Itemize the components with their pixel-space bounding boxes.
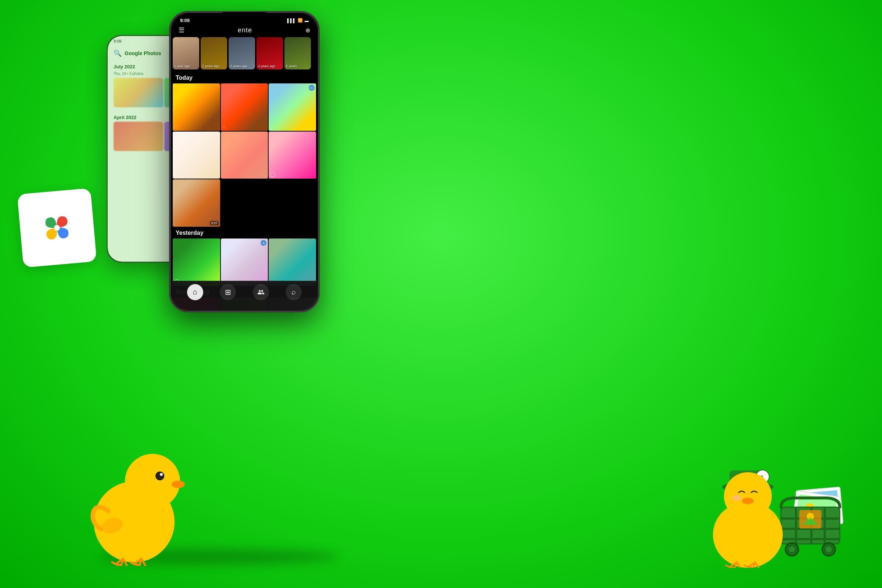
nav-albums[interactable]: ⊞: [220, 284, 236, 300]
video-duration: 0:57: [210, 221, 219, 225]
phone-screen: 9:09 ▌▌▌ 🛜 ▬ ☰ ente ⊕ 1 year ago 2 years…: [171, 13, 318, 310]
memory-label-2: 2 years ago: [202, 64, 219, 68]
google-photos-card: [17, 188, 97, 268]
svg-point-6: [172, 481, 185, 488]
memories-strip: 1 year ago 2 years ago 3 years ago 4 yea…: [171, 37, 318, 72]
nav-home[interactable]: ⌂: [187, 284, 203, 300]
back-phone-thumb-3: [114, 122, 163, 151]
search-icon[interactable]: ⌕: [285, 284, 302, 300]
svg-point-4: [156, 471, 164, 480]
memory-label-3: 3 years ago: [230, 64, 248, 68]
svg-point-15: [732, 495, 741, 501]
svg-point-13: [724, 472, 772, 520]
back-phone-app-name: Google Photos: [124, 50, 161, 56]
wifi-icon: 🛜: [298, 18, 303, 23]
home-icon[interactable]: ⌂: [187, 284, 203, 300]
photo-today-2[interactable]: ♡: [221, 83, 268, 131]
upload-button[interactable]: ⊕: [305, 27, 310, 34]
memory-3[interactable]: 3 years ago: [229, 37, 255, 69]
svg-point-14: [742, 498, 754, 504]
photo-today-6[interactable]: [268, 132, 316, 179]
svg-point-3: [125, 454, 180, 509]
svg-rect-20: [795, 507, 797, 544]
photo-today-5[interactable]: [221, 132, 268, 179]
back-phone-thumb-1: [114, 78, 163, 107]
memory-5[interactable]: 6 years: [285, 37, 311, 69]
menu-button[interactable]: ☰: [178, 26, 184, 34]
section-today: Today: [171, 72, 318, 83]
today-grid: ♡ ♡ 8+ ♡ 0:57: [171, 83, 318, 227]
battery-icon: ▬: [304, 18, 309, 23]
chick-left: [79, 426, 189, 566]
bottom-nav: ⌂ ⊞ ⌕: [171, 281, 318, 310]
select-circle-1: [270, 172, 275, 177]
photo-yesterday-2[interactable]: A: [221, 238, 268, 286]
signal-icon: ▌▌▌: [287, 18, 296, 23]
photo-today-4[interactable]: ♡: [173, 132, 220, 179]
avatar-8plus: 8+: [309, 85, 315, 91]
status-time: 9:09: [180, 18, 190, 23]
memory-1[interactable]: 1 year ago: [173, 37, 199, 69]
chick-left-svg: [79, 426, 189, 566]
main-phone: 9:09 ▌▌▌ 🛜 ▬ ☰ ente ⊕ 1 year ago 2 years…: [169, 11, 320, 312]
status-icons: ▌▌▌ 🛜 ▬: [287, 18, 309, 23]
chick-right-svg: e: [702, 450, 794, 568]
nav-people[interactable]: [253, 284, 269, 300]
memory-label-5: 6 years: [286, 64, 297, 68]
back-phone-time: 9:09: [114, 39, 121, 44]
svg-rect-22: [824, 507, 826, 544]
phone-notch: [222, 12, 266, 23]
svg-point-5: [160, 473, 163, 476]
svg-point-26: [826, 546, 832, 552]
photo-yesterday-3[interactable]: [268, 238, 316, 286]
avatar-a: A: [261, 240, 266, 246]
albums-icon[interactable]: ⊞: [220, 284, 236, 300]
photo-today-1[interactable]: ♡: [173, 83, 220, 131]
memory-2[interactable]: 2 years ago: [201, 37, 227, 69]
nav-search[interactable]: ⌕: [285, 284, 302, 300]
google-photos-icon: [37, 208, 77, 248]
heart-icon-2: ♡: [222, 125, 226, 129]
memory-4[interactable]: 4 years ago: [256, 37, 283, 69]
back-phone-app-icon: 🔍: [114, 49, 122, 57]
section-yesterday: Yesterday: [171, 227, 318, 238]
chick-right: e: [702, 450, 794, 568]
people-icon[interactable]: [253, 284, 269, 300]
nav-bar: ☰ ente ⊕: [171, 25, 318, 37]
photo-today-7[interactable]: 0:57: [173, 179, 220, 227]
photo-today-3[interactable]: 8+: [268, 83, 316, 131]
memory-label-4: 4 years ago: [258, 64, 275, 68]
memory-label-1: 1 year ago: [174, 64, 190, 68]
yesterday-grid: A: [171, 238, 318, 286]
app-title: ente: [238, 27, 252, 34]
photo-yesterday-1[interactable]: [173, 238, 220, 286]
heart-icon-4: ♡: [174, 173, 177, 177]
heart-icon-1: ♡: [174, 125, 177, 129]
